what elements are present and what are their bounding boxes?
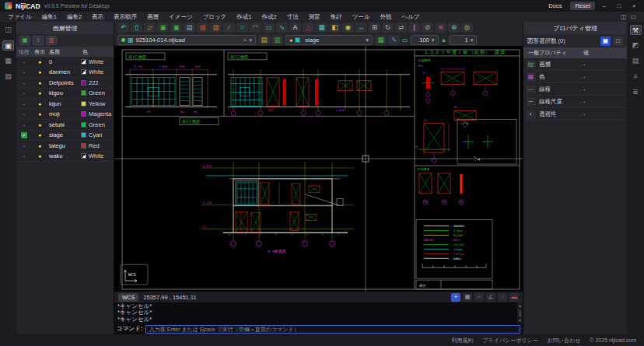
save-as-icon[interactable]: ▣ — [170, 23, 182, 33]
offset-icon[interactable]: ∥ — [408, 23, 420, 33]
layer-visibility-bulb-icon[interactable]: ● — [38, 59, 41, 65]
snap-toggle[interactable]: + — [451, 293, 460, 302]
zoom-extents-icon[interactable]: ⊕ — [448, 23, 460, 33]
rectangle-icon[interactable]: ▭ — [263, 23, 275, 33]
match-properties-button[interactable]: ▦ — [375, 35, 387, 45]
ortho-toggle[interactable]: ⌐ — [474, 293, 484, 302]
image-icon[interactable]: ▦ — [316, 23, 327, 33]
layer-visibility-bulb-icon[interactable]: ● — [38, 143, 41, 149]
layer-current-cell[interactable]: - — [16, 142, 32, 149]
layer-color-cell[interactable]: Cyan — [81, 131, 114, 138]
panel-layout-icon[interactable]: ◫ — [621, 13, 627, 20]
dyninput-toggle[interactable]: ▬ — [509, 293, 519, 302]
layer-current-cell[interactable]: - — [16, 89, 32, 96]
layer-color-cell[interactable]: Yellow — [81, 100, 114, 107]
layers-panel-icon[interactable]: ▣ — [2, 40, 14, 51]
maximize-button[interactable]: □ — [614, 2, 625, 9]
list-panel-icon[interactable]: ≡ — [630, 72, 642, 82]
layer-visibility-bulb-icon[interactable]: ● — [38, 111, 41, 117]
layer-row-danmen[interactable]: -●danmenWhite — [16, 68, 114, 79]
minimize-button[interactable]: – — [599, 2, 610, 9]
layer-visibility-bulb-icon[interactable]: ● — [38, 90, 41, 96]
layer-current-cell[interactable]: - — [16, 58, 32, 65]
tag-panel-icon[interactable]: ◫ — [2, 25, 14, 35]
move-icon[interactable]: ↔ — [355, 23, 367, 33]
menu-item-8[interactable]: 作成1 — [236, 13, 251, 21]
gradient-panel-icon[interactable]: ◩ — [630, 40, 642, 51]
save-icon[interactable]: ▣ — [157, 23, 169, 33]
trim-icon[interactable]: ⊘ — [422, 23, 433, 33]
drawing-canvas[interactable]: ２０２５年度１級（前期） 建築 南1立面図 2,730 1,820 910 91… — [114, 46, 523, 292]
layer-color-cell[interactable]: White — [81, 68, 114, 75]
scroll-up-icon[interactable]: ▲ — [518, 302, 522, 309]
layer-row-waku[interactable]: -●wakuWhite — [16, 152, 114, 163]
document-tab[interactable]: ▦ 925104-014.nijicad × ▾ — [117, 35, 256, 45]
tab-caret-icon[interactable]: ▾ — [249, 37, 252, 44]
block-icon[interactable]: ◧ — [329, 23, 341, 33]
images-panel-icon[interactable]: ▧ — [2, 72, 14, 82]
layer-visibility-bulb-icon[interactable]: ● — [38, 153, 41, 159]
layer-color-cell[interactable]: Red — [81, 142, 114, 149]
scroll-down-icon[interactable]: ▼ — [518, 317, 522, 323]
menu-item-14[interactable]: 外観 — [380, 13, 391, 21]
layer-current-cell[interactable]: - — [16, 68, 32, 75]
reset-button[interactable]: Reset — [570, 2, 595, 10]
command-history[interactable]: *キャンセル**キャンセル**キャンセル* ▲ ▼ — [114, 302, 523, 323]
detail-list-panel-icon[interactable]: ≣ — [630, 87, 642, 97]
layer-visibility-button[interactable]: ▤ — [258, 35, 270, 45]
layer-visibility-bulb-icon[interactable]: ● — [38, 132, 41, 138]
measure-icon[interactable]: △ — [303, 23, 314, 33]
layer-visibility-bulb-icon[interactable]: ● — [38, 69, 41, 75]
menu-item-3[interactable]: 表示 — [92, 13, 103, 21]
layer-visibility-bulb-icon[interactable]: ● — [38, 80, 41, 86]
rotate-icon[interactable]: ↻ — [382, 23, 394, 33]
polar-toggle[interactable]: ∠ — [486, 293, 495, 302]
layer-order-button[interactable]: ↕ — [33, 36, 44, 45]
layer-color-cell[interactable]: 222 — [81, 79, 114, 86]
menu-item-15[interactable]: ヘルプ — [401, 13, 419, 21]
layer-current-cell[interactable]: - — [16, 121, 32, 128]
layer-color-cell[interactable]: Green — [81, 121, 114, 128]
layer-row-siage[interactable]: ✓●siageCyan — [16, 131, 114, 142]
osnap-toggle[interactable]: ◌ — [498, 293, 507, 302]
block-insert-icon[interactable]: ◉ — [342, 23, 354, 33]
polyline-icon[interactable]: ∿ — [276, 23, 288, 33]
menu-item-13[interactable]: ツール — [352, 13, 370, 21]
zoom-dropdown[interactable]: 100 ▾ — [411, 35, 439, 45]
line-icon[interactable]: ∕ — [223, 23, 235, 33]
add-layer-button[interactable]: ▣ — [19, 36, 30, 45]
layer-current-cell[interactable]: - — [16, 100, 32, 107]
footer-link-1[interactable]: プライバシーポリシー — [482, 337, 537, 344]
layer-color-cell[interactable]: Magenta — [81, 110, 114, 117]
current-layer-dropdown[interactable]: ● siage ▾ — [285, 35, 373, 45]
menu-item-0[interactable]: ファイル — [8, 13, 32, 21]
layer-row-kigou[interactable]: -●kigouGreen — [16, 89, 114, 100]
menu-item-6[interactable]: イメージ — [169, 13, 193, 21]
erase-icon[interactable]: ⊗ — [435, 23, 446, 33]
menu-item-4[interactable]: 表示順序 — [114, 13, 137, 21]
menu-item-7[interactable]: ブロック — [203, 13, 227, 21]
command-input[interactable] — [145, 325, 520, 334]
wcs-button[interactable]: WCS — [118, 293, 138, 302]
menu-item-10[interactable]: 寸法 — [287, 13, 299, 21]
fullscreen-icon[interactable]: ▭ — [630, 13, 636, 20]
tools-panel-icon[interactable]: ⚒ — [630, 25, 642, 35]
menu-item-5[interactable]: 画層 — [147, 13, 159, 21]
pan-icon[interactable]: ◎ — [461, 23, 473, 33]
layer-row-setubi[interactable]: -●setubiGreen — [16, 120, 114, 131]
layer-current-cell[interactable]: - — [16, 152, 32, 159]
print-icon[interactable]: ▤ — [184, 23, 195, 33]
close-button[interactable]: × — [628, 2, 639, 9]
menu-item-12[interactable]: 集計 — [331, 13, 342, 21]
layer-color-cell[interactable]: White — [81, 58, 114, 65]
layer-visibility-bulb-icon[interactable]: ● — [38, 122, 41, 128]
layer-row-tategu[interactable]: -●tateguRed — [16, 141, 114, 152]
circle-icon[interactable]: ○ — [236, 23, 248, 33]
footer-link-2[interactable]: お問い合わせ — [548, 337, 581, 344]
text-icon[interactable]: A — [289, 23, 301, 33]
layer-current-cell[interactable]: - — [16, 110, 32, 117]
menu-item-1[interactable]: 編集1 — [42, 13, 57, 21]
menu-item-9[interactable]: 作成2 — [261, 13, 276, 21]
open-file-icon[interactable]: ▱ — [144, 23, 156, 33]
layer-visibility-bulb-icon[interactable]: ● — [38, 101, 41, 107]
